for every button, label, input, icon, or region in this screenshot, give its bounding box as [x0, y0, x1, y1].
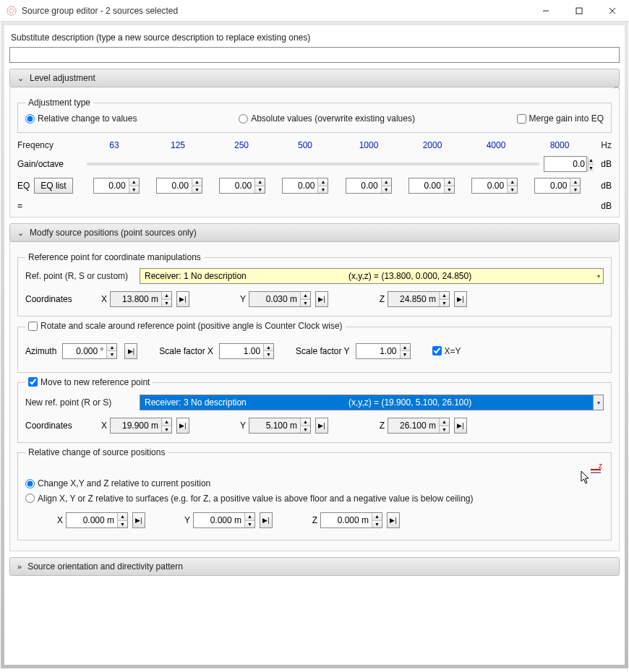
section-modify-title: Modfy source positions (point sources on… [30, 228, 197, 238]
rel-z-input[interactable]: ▲▼ [320, 512, 382, 528]
eq-input-1[interactable]: ▲▼ [156, 178, 202, 194]
eq-list-button[interactable]: EQ list [34, 178, 72, 194]
frequency-label: Freqency [17, 140, 82, 150]
eq-db: dB [591, 181, 612, 191]
hz-label: Hz [591, 140, 612, 150]
gain-db: dB [591, 159, 612, 169]
freq-1000: 1000 [337, 140, 401, 150]
ref-z-input[interactable]: ▲▼ [388, 291, 450, 307]
new-z-input[interactable]: ▲▼ [388, 418, 450, 434]
play-icon[interactable]: ▶| [132, 512, 145, 528]
chevron-down-icon: ⌄ [17, 74, 24, 83]
freq-500: 500 [273, 140, 337, 150]
azimuth-label: Azimuth [25, 346, 56, 356]
svg-rect-3 [576, 8, 582, 14]
adjustment-legend: Adjustment type [25, 98, 93, 108]
radio-align[interactable]: Align X, Y or Z relative to surfaces (e.… [25, 494, 474, 504]
new-ref-dropdown[interactable]: Receiver: 3 No description (x,y,z) = (19… [140, 395, 604, 410]
ref-y-input[interactable]: ▲▼ [249, 291, 311, 307]
eq-input-7[interactable]: ▲▼ [534, 178, 581, 194]
play-icon[interactable]: ▶| [387, 512, 400, 528]
azimuth-input[interactable]: ▲▼ [62, 343, 117, 359]
eq-row: EQ EQ list ▲▼ ▲▼ ▲▼ ▲▼ ▲▼ ▲▼ ▲▼ ▲▼ dB [17, 178, 612, 194]
new-coords-row: Coordinates X▲▼▶| Y▲▼▶| Z▲▼▶| [25, 418, 604, 434]
play-icon[interactable]: ▶| [176, 291, 189, 307]
sfy-input[interactable]: ▲▼ [356, 343, 411, 359]
play-icon[interactable]: ▶| [124, 343, 137, 359]
eq-input-0[interactable]: ▲▼ [93, 178, 140, 194]
eq-input-4[interactable]: ▲▼ [346, 178, 392, 194]
gain-slider[interactable] [87, 163, 539, 165]
minimize-button[interactable] [529, 0, 562, 22]
relative-fieldset: Relative change of source positions Chan… [17, 447, 612, 540]
eq-input-6[interactable]: ▲▼ [471, 178, 518, 194]
freq-63: 63 [82, 140, 146, 150]
ref-x-input[interactable]: ▲▼ [110, 291, 172, 307]
gain-label: Gain/octave [17, 159, 82, 169]
section-modify-header[interactable]: ⌄ Modfy source positions (point sources … [9, 223, 620, 242]
section-level-header[interactable]: ⌄ Level adjustment [9, 69, 620, 87]
play-icon[interactable]: ▶| [315, 291, 328, 307]
svg-point-0 [7, 7, 16, 15]
new-x-input[interactable]: ▲▼ [110, 418, 172, 434]
rel-x-input[interactable]: ▲▼ [66, 512, 128, 528]
section-orient-header[interactable]: » Source orientation and directivity pat… [9, 557, 620, 576]
radio-absolute[interactable]: Absolute values (overwrite existing valu… [239, 113, 415, 124]
frequency-header-row: Freqency 63 125 250 500 1000 2000 4000 8… [17, 140, 612, 150]
sfx-input[interactable]: ▲▼ [219, 343, 274, 359]
coordinates-label: Coordinates [25, 421, 94, 431]
play-icon[interactable]: ▶| [176, 418, 189, 434]
equals-db: dB [591, 201, 612, 211]
section-level-title: Level adjustment [30, 73, 95, 83]
equals-row: = dB [17, 201, 612, 211]
chevron-down-icon: ▾ [597, 273, 600, 280]
maximize-button[interactable] [562, 0, 596, 22]
freq-250: 250 [210, 140, 273, 150]
ref-coords-row: Coordinates X▲▼▶| Y▲▼▶| Z▲▼▶| [25, 291, 604, 307]
ref-point-fieldset: Reference point for coordinate manipulat… [17, 252, 612, 316]
align-icon[interactable] [589, 463, 604, 476]
eq-input-3[interactable]: ▲▼ [282, 178, 328, 194]
freq-2000: 2000 [401, 140, 464, 150]
play-icon[interactable]: ▶| [260, 512, 273, 528]
check-xy[interactable]: X=Y [432, 346, 461, 356]
play-icon[interactable]: ▶| [454, 291, 467, 307]
rel-legend: Relative change of source positions [25, 447, 168, 457]
sfy-label: Scale factor Y [296, 346, 349, 356]
gain-value-input[interactable]: ▲▼ [544, 156, 587, 172]
eq-input-2[interactable]: ▲▼ [219, 178, 265, 194]
freq-125: 125 [146, 140, 210, 150]
radio-relative[interactable]: Relative change to values [25, 113, 137, 124]
coordinates-label: Coordinates [25, 294, 94, 304]
eq-label: EQ [17, 181, 30, 191]
ref-point-dropdown[interactable]: Receiver: 1 No description (x,y,z) = (13… [140, 268, 604, 284]
scroll-up-icon[interactable]: ︿ [613, 82, 620, 92]
eq-input-5[interactable]: ▲▼ [408, 178, 455, 194]
equals-label: = [17, 201, 82, 211]
check-merge-eq[interactable]: Merge gain into EQ [517, 113, 604, 124]
sfx-label: Scale factor X [159, 346, 213, 356]
play-icon[interactable]: ▶| [315, 418, 328, 434]
adjustment-type-fieldset: Adjustment type Relative change to value… [17, 98, 612, 133]
substitute-input[interactable] [9, 47, 620, 63]
freq-8000: 8000 [528, 140, 591, 150]
chevron-down-icon: ▾ [593, 395, 603, 410]
rel-coords-row: X▲▼▶| Y▲▼▶| Z▲▼▶| [25, 505, 604, 531]
substitute-label: Substitute description (type a new sourc… [9, 30, 620, 47]
radio-change[interactable]: Change X,Y and Z relative to current pos… [25, 478, 210, 488]
rotate-fieldset: Rotate and scale around reference point … [17, 321, 612, 373]
chevron-right-icon: » [17, 562, 22, 571]
rel-y-input[interactable]: ▲▼ [193, 512, 255, 528]
titlebar: Source group editor - 2 sources selected [0, 0, 629, 22]
new-y-input[interactable]: ▲▼ [249, 418, 311, 434]
svg-point-1 [9, 9, 14, 13]
check-rotate[interactable]: Rotate and scale around reference point … [28, 321, 343, 331]
check-move[interactable]: Move to new reference point [28, 377, 150, 387]
chevron-down-icon: ⌄ [17, 228, 24, 238]
new-ref-label: New ref. point (R or S) [25, 397, 134, 408]
close-button[interactable] [596, 0, 629, 22]
window-title: Source group editor - 2 sources selected [22, 6, 529, 16]
ref-point-label: Ref. point (R, S or custom) [25, 271, 134, 281]
play-icon[interactable]: ▶| [454, 418, 467, 434]
freq-4000: 4000 [464, 140, 528, 150]
